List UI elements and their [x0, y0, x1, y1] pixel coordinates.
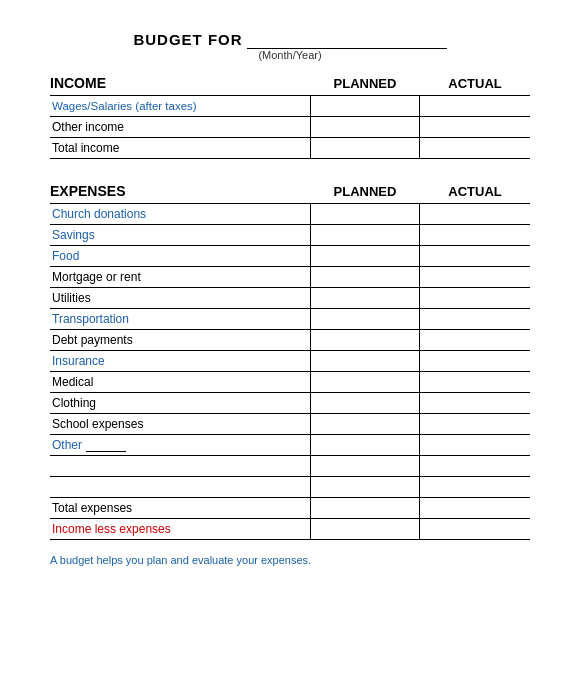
mortgage-planned-cell[interactable]	[310, 267, 420, 287]
utilities-label: Utilities	[50, 288, 310, 308]
church-actual-cell[interactable]	[420, 204, 530, 224]
total-expenses-row: Total expenses	[50, 497, 530, 518]
expenses-section-header: EXPENSES PLANNED ACTUAL	[50, 183, 530, 199]
transportation-label: Transportation	[50, 309, 310, 329]
insurance-label: Insurance	[50, 351, 310, 371]
table-row: Other	[50, 434, 530, 455]
blank-actual-1[interactable]	[420, 456, 530, 476]
wages-label: Wages/Salaries (after taxes)	[50, 96, 310, 116]
income-planned-header: PLANNED	[310, 76, 420, 91]
blank-planned-1[interactable]	[310, 456, 420, 476]
total-income-actual-cell[interactable]	[420, 138, 530, 158]
income-less-label: Income less expenses	[50, 519, 310, 539]
other-actual-cell[interactable]	[420, 435, 530, 455]
table-row: Other income	[50, 116, 530, 137]
school-actual-cell[interactable]	[420, 414, 530, 434]
income-title: INCOME	[50, 75, 310, 91]
other-planned-cell[interactable]	[310, 435, 420, 455]
other-income-planned-cell[interactable]	[310, 117, 420, 137]
insurance-planned-cell[interactable]	[310, 351, 420, 371]
table-row	[50, 476, 530, 497]
transportation-actual-cell[interactable]	[420, 309, 530, 329]
blank-planned-2[interactable]	[310, 477, 420, 497]
food-label: Food	[50, 246, 310, 266]
food-planned-cell[interactable]	[310, 246, 420, 266]
table-row	[50, 455, 530, 476]
table-row: Total income	[50, 137, 530, 159]
school-planned-cell[interactable]	[310, 414, 420, 434]
budget-title-line: BUDGET FOR	[50, 30, 530, 49]
table-row: Utilities	[50, 287, 530, 308]
debt-planned-cell[interactable]	[310, 330, 420, 350]
debt-payments-label: Debt payments	[50, 330, 310, 350]
table-row: Clothing	[50, 392, 530, 413]
blank-label-1	[50, 456, 310, 476]
table-row: Medical	[50, 371, 530, 392]
expenses-actual-header: ACTUAL	[420, 184, 530, 199]
clothing-label: Clothing	[50, 393, 310, 413]
medical-actual-cell[interactable]	[420, 372, 530, 392]
school-expenses-label: School expenses	[50, 414, 310, 434]
utilities-planned-cell[interactable]	[310, 288, 420, 308]
utilities-actual-cell[interactable]	[420, 288, 530, 308]
church-donations-label: Church donations	[50, 204, 310, 224]
table-row: Food	[50, 245, 530, 266]
table-row: Transportation	[50, 308, 530, 329]
budget-page: BUDGET FOR (Month/Year) INCOME PLANNED A…	[0, 0, 580, 680]
insurance-actual-cell[interactable]	[420, 351, 530, 371]
food-actual-cell[interactable]	[420, 246, 530, 266]
other-income-actual-cell[interactable]	[420, 117, 530, 137]
income-less-planned-cell[interactable]	[310, 519, 420, 539]
budget-for-label: BUDGET FOR	[133, 31, 242, 48]
expenses-table: Church donations Savings Food Mortgage o…	[50, 203, 530, 540]
table-row: Mortgage or rent	[50, 266, 530, 287]
other-income-label: Other income	[50, 117, 310, 137]
income-section-header: INCOME PLANNED ACTUAL	[50, 75, 530, 91]
total-expenses-planned-cell[interactable]	[310, 498, 420, 518]
footer-note: A budget helps you plan and evaluate you…	[50, 554, 530, 566]
blank-label-2	[50, 477, 310, 497]
wages-actual-cell[interactable]	[420, 96, 530, 116]
other-label: Other	[50, 435, 310, 455]
clothing-actual-cell[interactable]	[420, 393, 530, 413]
clothing-planned-cell[interactable]	[310, 393, 420, 413]
table-row: School expenses	[50, 413, 530, 434]
expenses-title: EXPENSES	[50, 183, 310, 199]
budget-title-underline	[247, 30, 447, 49]
month-year-label: (Month/Year)	[50, 49, 530, 61]
savings-actual-cell[interactable]	[420, 225, 530, 245]
table-row: Insurance	[50, 350, 530, 371]
total-income-label: Total income	[50, 138, 310, 158]
mortgage-actual-cell[interactable]	[420, 267, 530, 287]
transportation-planned-cell[interactable]	[310, 309, 420, 329]
table-row: Wages/Salaries (after taxes)	[50, 95, 530, 116]
income-actual-header: ACTUAL	[420, 76, 530, 91]
savings-planned-cell[interactable]	[310, 225, 420, 245]
total-expenses-label: Total expenses	[50, 498, 310, 518]
mortgage-label: Mortgage or rent	[50, 267, 310, 287]
medical-label: Medical	[50, 372, 310, 392]
wages-planned-cell[interactable]	[310, 96, 420, 116]
total-expenses-actual-cell[interactable]	[420, 498, 530, 518]
church-planned-cell[interactable]	[310, 204, 420, 224]
income-less-row: Income less expenses	[50, 518, 530, 540]
blank-actual-2[interactable]	[420, 477, 530, 497]
medical-planned-cell[interactable]	[310, 372, 420, 392]
income-less-actual-cell[interactable]	[420, 519, 530, 539]
table-row: Debt payments	[50, 329, 530, 350]
total-income-planned-cell[interactable]	[310, 138, 420, 158]
table-row: Church donations	[50, 203, 530, 224]
debt-actual-cell[interactable]	[420, 330, 530, 350]
savings-label: Savings	[50, 225, 310, 245]
income-table: Wages/Salaries (after taxes) Other incom…	[50, 95, 530, 159]
expenses-planned-header: PLANNED	[310, 184, 420, 199]
table-row: Savings	[50, 224, 530, 245]
